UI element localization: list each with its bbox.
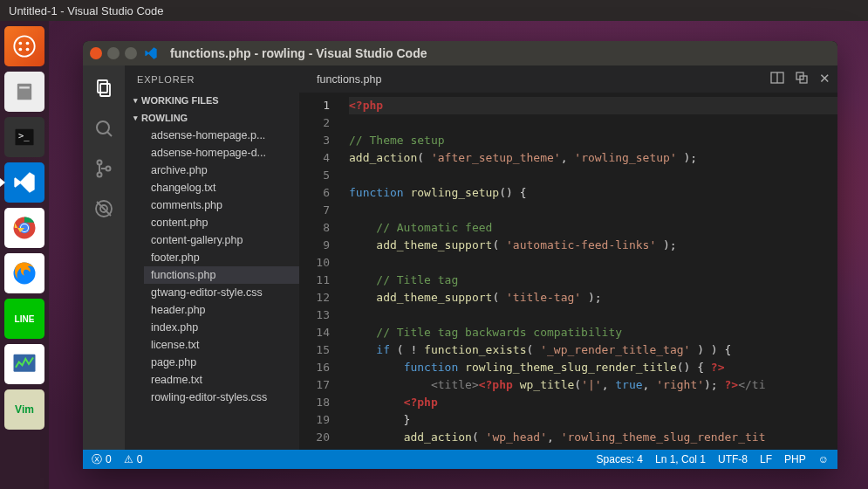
launcher-firefox[interactable]	[4, 253, 44, 293]
svg-rect-14	[14, 355, 36, 372]
code-line[interactable]: function rowling_setup() {	[349, 184, 837, 202]
code-line[interactable]: <?php	[349, 394, 837, 411]
code-line[interactable]	[349, 306, 837, 324]
more-actions-icon[interactable]	[795, 71, 809, 87]
file-item[interactable]: archive.php	[144, 162, 299, 179]
explorer-icon[interactable]	[92, 76, 116, 100]
line-number: 12	[299, 289, 330, 306]
line-number: 10	[299, 254, 330, 272]
vscode-icon	[144, 46, 158, 60]
code-line[interactable]: // Title tag	[349, 272, 837, 289]
file-item[interactable]: readme.txt	[144, 371, 299, 389]
file-tree: adsense-homepage.p...adsense-homepage-d.…	[125, 127, 299, 406]
code-line[interactable]	[349, 254, 837, 272]
code-content[interactable]: <?php // Theme setupadd_action( 'after_s…	[338, 93, 837, 450]
code-line[interactable]: if ( ! function_exists( '_wp_render_titl…	[349, 341, 837, 359]
code-line[interactable]: // Title tag backwards compatibility	[349, 324, 837, 341]
tab-functions-php[interactable]: functions.php	[308, 73, 390, 86]
code-editor[interactable]: 123456789101112131415161718192021 <?php …	[299, 93, 837, 450]
window-titlebar[interactable]: functions.php - rowling - Visual Studio …	[83, 41, 837, 65]
search-icon[interactable]	[92, 116, 116, 141]
source-control-icon[interactable]	[92, 156, 116, 181]
file-item[interactable]: gtwang-editor-style.css	[144, 284, 299, 301]
top-panel-title: Untitled-1 - Visual Studio Code	[9, 4, 164, 17]
code-line[interactable]: <?php	[349, 97, 837, 114]
file-item[interactable]: adsense-homepage-d...	[144, 144, 299, 162]
line-number: 16	[299, 359, 330, 376]
code-line[interactable]	[349, 167, 837, 184]
line-number: 3	[299, 132, 330, 149]
debug-icon[interactable]	[92, 196, 116, 221]
status-spaces[interactable]: Spaces: 4	[597, 453, 643, 465]
launcher-files[interactable]	[4, 72, 44, 112]
launcher-dash[interactable]	[4, 26, 44, 66]
launcher-system-monitor[interactable]	[4, 344, 44, 384]
code-line[interactable]: add_theme_support( 'automatic-feed-links…	[349, 237, 837, 254]
launcher-chrome[interactable]	[4, 208, 44, 248]
code-line[interactable]: add_action( 'after_setup_theme', 'rowlin…	[349, 149, 837, 167]
code-line[interactable]	[349, 202, 837, 219]
status-errors[interactable]: ⓧ 0	[92, 452, 112, 467]
line-number: 18	[299, 394, 330, 411]
minimize-button[interactable]	[107, 47, 120, 59]
status-encoding[interactable]: UTF-8	[718, 453, 748, 465]
project-section[interactable]: ROWLING	[125, 109, 299, 127]
status-cursor[interactable]: Ln 1, Col 1	[655, 453, 706, 465]
maximize-button[interactable]	[125, 47, 137, 59]
file-item[interactable]: adsense-homepage.p...	[144, 127, 299, 144]
sidebar-header: EXPLORER	[125, 65, 299, 92]
file-item[interactable]: changelog.txt	[144, 179, 299, 196]
status-feedback-icon[interactable]: ☺	[818, 453, 829, 465]
svg-point-2	[26, 42, 30, 45]
gnome-top-panel: Untitled-1 - Visual Studio Code	[0, 0, 868, 21]
file-item[interactable]: header.php	[144, 301, 299, 319]
activity-bar	[83, 65, 125, 450]
svg-rect-6	[19, 86, 30, 88]
vscode-window: functions.php - rowling - Visual Studio …	[83, 41, 837, 469]
editor-tabs: functions.php ✕	[299, 65, 837, 93]
svg-point-3	[18, 48, 22, 52]
code-line[interactable]	[349, 114, 837, 132]
file-item[interactable]: content.php	[144, 214, 299, 231]
svg-line-23	[97, 202, 111, 216]
svg-rect-15	[98, 80, 107, 93]
code-line[interactable]: }	[349, 411, 837, 429]
line-number: 7	[299, 202, 330, 219]
close-button[interactable]	[90, 47, 102, 59]
code-line[interactable]: add_action( 'wp_head', 'rowling_theme_sl…	[349, 429, 837, 446]
unity-launcher: >_LINEVim	[0, 21, 49, 489]
line-number: 15	[299, 341, 330, 359]
split-editor-icon[interactable]	[770, 71, 784, 87]
window-body: EXPLORER WORKING FILES ROWLING adsense-h…	[83, 65, 837, 450]
svg-point-19	[98, 161, 102, 165]
file-item[interactable]: content-gallery.php	[144, 231, 299, 249]
file-item[interactable]: index.php	[144, 319, 299, 336]
close-editor-icon[interactable]: ✕	[819, 71, 830, 87]
file-item[interactable]: comments.php	[144, 196, 299, 214]
code-line[interactable]: // Theme setup	[349, 132, 837, 149]
file-item[interactable]: page.php	[144, 354, 299, 371]
line-number: 9	[299, 237, 330, 254]
status-language[interactable]: PHP	[784, 453, 806, 465]
status-eol[interactable]: LF	[760, 453, 772, 465]
code-line[interactable]: function rowling_theme_slug_render_title…	[349, 359, 837, 376]
status-warnings[interactable]: ⚠ 0	[124, 453, 143, 465]
launcher-vim[interactable]: Vim	[4, 389, 44, 430]
code-line[interactable]: add_theme_support( 'title-tag' );	[349, 289, 837, 306]
file-item[interactable]: license.txt	[144, 336, 299, 354]
line-number: 1	[299, 97, 330, 114]
file-item[interactable]: rowling-editor-styles.css	[144, 389, 299, 406]
launcher-vscode[interactable]	[4, 162, 44, 203]
file-item[interactable]: footer.php	[144, 249, 299, 266]
line-number: 5	[299, 167, 330, 184]
code-line[interactable]: // Automatic feed	[349, 219, 837, 237]
svg-rect-16	[100, 84, 110, 96]
launcher-terminal[interactable]: >_	[4, 117, 44, 157]
code-line[interactable]: <title><?php wp_title('|', true, 'right'…	[349, 376, 837, 394]
launcher-line[interactable]: LINE	[4, 299, 44, 339]
line-number: 20	[299, 429, 330, 446]
line-number: 2	[299, 114, 330, 132]
file-item[interactable]: functions.php	[144, 266, 299, 284]
line-number: 11	[299, 272, 330, 289]
working-files-section[interactable]: WORKING FILES	[125, 92, 299, 109]
